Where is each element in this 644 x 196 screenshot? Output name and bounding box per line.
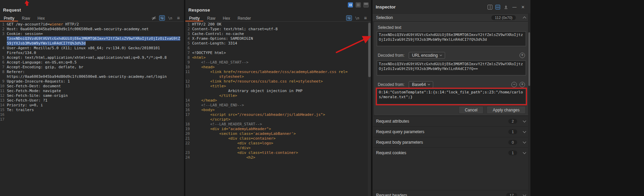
hide-unselected-eye-icon[interactable] [151, 15, 157, 21]
tab-render[interactable]: Render [234, 15, 255, 21]
code-text: S9jYXJsb3MvbW9yYWxlLnR4dCI7fQ%3d%3d [7, 41, 86, 46]
request-panel-title: Request [3, 7, 21, 13]
line-number: 16 [0, 112, 7, 117]
code-line: 19 <div id="academyLabHeader"> [185, 127, 371, 131]
code-text: <script src="/resources/labheader/js/lab… [192, 112, 325, 117]
layout-list-icon[interactable] [356, 2, 361, 7]
add-decoding-step-icon[interactable]: + [520, 53, 525, 58]
inspector-section-request-query-parameters[interactable]: Request query parameters1 [373, 126, 530, 137]
response-scrollbar-thumb[interactable] [368, 23, 371, 77]
decoded-from-url-row: Decoded from: URL encoding + [378, 52, 525, 59]
response-editor[interactable]: 1HTTP/2 200 OK2Content-Type: text/html; … [185, 22, 371, 196]
tab-hex[interactable]: Hex [34, 15, 48, 21]
code-line: S9jYXJsb3MvbW9yYWxlLnR4dCI7fQ%3d%3d [0, 41, 184, 46]
line-number: 8 [185, 55, 192, 60]
code-text: </title> [192, 93, 237, 98]
tab-pretty[interactable]: Pretty [185, 15, 203, 21]
response-panel-title: Response [188, 7, 210, 13]
code-text: Sec-Fetch-User: ?1 [7, 98, 47, 103]
code-text: X-Frame-Options: SAMEORIGIN [192, 36, 253, 41]
code-text: <div class=container> [192, 136, 275, 141]
code-line: 12 <link href=/resources/css/labs.css re… [185, 79, 371, 84]
code-line: Arbitrary object injection in PHP [185, 89, 371, 93]
decoded-from-label: Decoded from: [378, 53, 405, 58]
editor-menu-icon[interactable]: ≡ [175, 15, 181, 21]
tab-raw[interactable]: Raw [203, 15, 219, 21]
chevron-down-icon [428, 83, 430, 85]
selection-section-header[interactable]: Selection 112 (0x70) [373, 13, 530, 22]
tab-pretty[interactable]: Pretty [0, 15, 18, 21]
selection-section-label: Selection [376, 15, 393, 20]
editor-menu-icon[interactable]: ≡ [362, 15, 368, 21]
line-number [0, 41, 7, 46]
show-newlines-icon[interactable]: \n [167, 15, 173, 21]
code-line: 12Sec-Fetch-Site: same-origin [0, 93, 184, 98]
section-label: Request attributes [376, 119, 409, 124]
code-line: 11Sec-Fetch-Mode: navigate [0, 89, 184, 93]
code-text: <h2> [192, 155, 255, 160]
inspector-section-request-cookies[interactable]: Request cookies1 [373, 147, 530, 158]
inspector-scrollbar[interactable] [528, 13, 530, 196]
line-number: 9 [0, 79, 7, 84]
url-decoded-box[interactable]: TzoxNDoiQ3VzdG9tVGVtcGxhdGUiOjE6e3M6MTQ6… [377, 60, 526, 75]
line-number: 15 [185, 103, 192, 108]
code-line: 3Cookie: session= [0, 32, 184, 36]
line-number [185, 74, 192, 79]
remove-decoding-step-icon[interactable]: − [511, 82, 517, 87]
line-number: 24 [185, 155, 192, 160]
code-text: Te: trailers [7, 108, 34, 112]
response-tabbar: PrettyRawHexRender \n ≡ [185, 15, 371, 22]
code-line: 17 <script src="/resources/labheader/js/… [185, 112, 371, 117]
code-text: <head> [192, 65, 215, 70]
inspector-columns-layout-icon[interactable] [488, 5, 492, 10]
code-line: 20 <section class='academyLabBanner'> [185, 131, 371, 136]
show-newlines-icon[interactable]: \n [354, 15, 360, 21]
add-decoding-step-icon[interactable]: + [520, 82, 525, 87]
line-number: 11 [0, 89, 7, 93]
inspector-scrollbar-thumb[interactable] [528, 32, 530, 86]
chevron-up-icon[interactable] [523, 17, 526, 20]
inspector-rows-layout-icon[interactable] [495, 5, 500, 10]
code-text: </script> [192, 117, 231, 122]
selection-length-badge: 112 (0x70) [491, 15, 516, 20]
code-line: 9Upgrade-Insecure-Requests: 1 [0, 79, 184, 84]
code-line: 8<html> [185, 55, 371, 60]
decoded-from-label: Decoded from: [378, 82, 405, 87]
line-number: 22 [185, 141, 192, 146]
pause-updates-icon[interactable] [348, 2, 353, 7]
code-text: Arbitrary object injection in PHP [192, 89, 303, 93]
tab-raw[interactable]: Raw [18, 15, 34, 21]
tab-hex[interactable]: Hex [219, 15, 234, 21]
codec-dropdown-base64[interactable]: Base64 [409, 81, 434, 88]
inspector-section-request-attributes[interactable]: Request attributes2 [373, 116, 530, 126]
inspector-dock-icon[interactable] [503, 4, 509, 10]
chevron-down-icon [523, 151, 526, 154]
line-number: 16 [185, 108, 192, 112]
inspector-section-request-headers[interactable]: Request headers 17 [373, 190, 530, 196]
code-line: TzoxNDoiQ3VzdG9tVGVtcGxhdGUiOjE6e3M6MTQ6… [0, 36, 184, 41]
layout-split-icon[interactable] [363, 2, 369, 7]
code-line: 4User-Agent: Mozilla/5.0 (X11; Linux x86… [0, 46, 184, 51]
codec-dropdown-url-encoding[interactable]: URL encoding [409, 52, 445, 59]
inspector-close-icon[interactable]: ✕ [520, 4, 526, 10]
code-text: <div class=logo> [192, 141, 273, 146]
code-text: <!--LAB_HEAD_START--> [192, 60, 249, 65]
code-text: Cookie: session= [7, 32, 43, 36]
inspector-minimize-icon[interactable]: — [512, 4, 517, 10]
selected-text-box[interactable]: TzoxNDoiQ3VzdG9tVGVtcGxhdGUiOjE6e3M6MTQ6… [377, 31, 526, 46]
line-number: 14 [185, 98, 192, 103]
cancel-button[interactable]: Cancel [459, 106, 484, 114]
code-text: HTTP/2 200 OK [192, 22, 221, 27]
apply-changes-button[interactable]: Apply changes [487, 106, 526, 114]
line-number: 3 [185, 32, 192, 36]
response-scrollbar[interactable] [368, 22, 371, 196]
request-editor[interactable]: 1GET /my-account?id=wiener HTTP/22Host: … [0, 22, 184, 196]
inspector-section-request-body-parameters[interactable]: Request body parameters0 [373, 137, 530, 147]
code-line: Firefox/134.0 [0, 51, 184, 55]
code-text: <link href=/resources/labheader/css/acad… [192, 70, 348, 74]
code-text: Cache-Control: no-cache [192, 32, 244, 36]
inspector-title: Inspector [376, 4, 396, 10]
base64-decoded-box[interactable]: O:14:"CustomTemplate":1:{s:14:"lock_file… [377, 89, 526, 104]
word-wrap-icon[interactable] [159, 15, 165, 21]
word-wrap-icon[interactable] [346, 15, 352, 21]
